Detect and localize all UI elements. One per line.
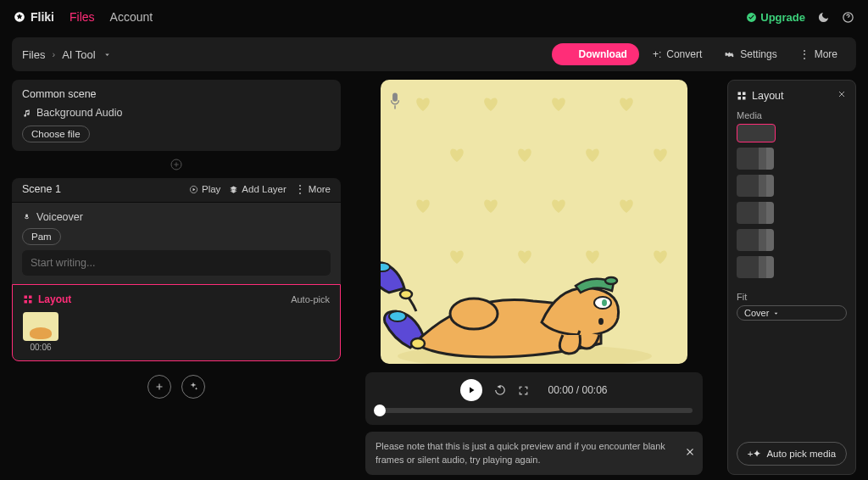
svg-point-14	[389, 311, 406, 321]
play-button[interactable]	[460, 379, 482, 401]
more-label: More	[815, 48, 837, 60]
more-button[interactable]: ⋮ More	[791, 43, 846, 65]
voice-chip[interactable]: Pam	[22, 228, 61, 245]
subbar: Files › AI Tool Download +: Convert Sett…	[12, 37, 856, 71]
breadcrumb-root[interactable]: Files	[22, 48, 45, 61]
svg-rect-5	[29, 296, 32, 299]
convert-icon: +:	[653, 48, 661, 60]
svg-rect-7	[29, 300, 32, 304]
fullscreen-icon	[518, 385, 529, 396]
main: Common scene Background Audio Choose fil…	[0, 80, 868, 475]
svg-rect-4	[25, 296, 28, 299]
svg-point-10	[450, 299, 498, 329]
scene-play-label: Play	[202, 184, 220, 194]
plus-circle-icon	[170, 158, 183, 171]
convert-label: Convert	[666, 48, 702, 60]
chevron-right-icon: ›	[52, 49, 55, 59]
convert-button[interactable]: +: Convert	[644, 43, 710, 65]
layout-card-label: Layout	[38, 293, 71, 305]
close-icon	[837, 89, 847, 99]
settings-button[interactable]: Settings	[715, 43, 785, 65]
breadcrumb: Files › AI Tool	[22, 48, 112, 61]
chevron-down-icon[interactable]	[103, 50, 112, 59]
add-button[interactable]	[147, 375, 171, 399]
restart-icon	[494, 384, 506, 396]
svg-rect-20	[743, 92, 746, 95]
add-buttons-row	[12, 375, 341, 399]
upgrade-label: Upgrade	[760, 11, 805, 24]
choose-file-button[interactable]: Choose file	[22, 126, 90, 142]
chevron-down-icon	[772, 310, 780, 317]
nav-account[interactable]: Account	[110, 10, 153, 24]
svg-rect-21	[738, 97, 742, 100]
layout-card[interactable]: Layout Auto-pick 00:06	[12, 284, 341, 361]
media-slot[interactable]	[737, 175, 774, 197]
layout-panel-title: Layout	[752, 90, 784, 102]
media-slot[interactable]	[737, 202, 774, 224]
upgrade-icon	[746, 12, 757, 23]
media-slot[interactable]	[737, 229, 774, 251]
layout-panel: Layout Media Fit Cover +✦ Auto pick medi…	[727, 80, 856, 475]
settings-label: Settings	[740, 48, 776, 60]
timecode: 00:00 / 00:06	[548, 384, 607, 396]
layout-panel-close[interactable]	[837, 89, 847, 102]
media-section-label: Media	[737, 110, 847, 120]
auto-pick-media-button[interactable]: +✦ Auto pick media	[737, 442, 847, 466]
scene-label: Scene 1	[22, 183, 61, 195]
more-icon: ⋮	[799, 48, 810, 60]
theme-toggle-icon[interactable]	[817, 11, 830, 24]
nav-files[interactable]: Files	[70, 10, 95, 24]
preview-mic-icon	[387, 92, 403, 110]
add-layer-button[interactable]: Add Layer	[229, 184, 286, 194]
restart-button[interactable]	[494, 384, 506, 396]
layout-thumbnail[interactable]	[23, 312, 58, 341]
layers-icon	[229, 185, 238, 194]
media-slot[interactable]	[737, 148, 774, 170]
svg-point-12	[602, 299, 607, 306]
svg-rect-22	[743, 97, 746, 100]
add-layer-label: Add Layer	[242, 184, 286, 194]
play-icon	[466, 385, 476, 395]
svg-rect-8	[392, 92, 398, 101]
add-scene-divider[interactable]	[12, 158, 341, 171]
magic-add-button[interactable]	[181, 375, 205, 399]
download-button[interactable]: Download	[552, 43, 639, 65]
sparkle-icon	[187, 381, 199, 393]
sparkle-icon: +✦	[748, 448, 762, 460]
fit-dropdown[interactable]: Cover	[737, 305, 847, 321]
scene-panel: Scene 1 Play Add Layer ⋮ More	[12, 178, 341, 361]
common-scene-title: Common scene	[22, 88, 331, 100]
svg-rect-6	[25, 300, 28, 304]
timeline-knob[interactable]	[374, 405, 386, 416]
video-preview[interactable]	[381, 80, 687, 364]
brand-icon	[14, 11, 25, 23]
breadcrumb-current[interactable]: AI Tool	[62, 48, 96, 61]
timeline-track[interactable]	[376, 408, 693, 413]
fullscreen-button[interactable]	[518, 385, 529, 396]
svg-point-13	[605, 277, 617, 284]
auto-pick-label: Auto-pick	[291, 294, 330, 304]
left-column: Common scene Background Audio Choose fil…	[12, 80, 341, 475]
download-icon	[564, 49, 574, 59]
topbar: Fliki Files Account Upgrade	[0, 0, 868, 34]
upgrade-link[interactable]: Upgrade	[746, 11, 805, 24]
notice-text: Please note that this is just a quick pr…	[376, 441, 665, 464]
layout-icon	[737, 91, 747, 101]
fit-value: Cover	[744, 308, 769, 318]
scene-play-button[interactable]: Play	[189, 184, 220, 194]
scene-header: Scene 1 Play Add Layer ⋮ More	[12, 178, 341, 202]
more-vert-icon: ⋮	[295, 183, 305, 195]
help-icon[interactable]	[842, 11, 854, 24]
music-note-icon	[22, 109, 31, 118]
brand: Fliki	[14, 10, 54, 24]
notice-close-button[interactable]	[684, 445, 696, 460]
voiceover-label: Voiceover	[36, 211, 83, 223]
thumb-duration: 00:06	[23, 343, 58, 352]
media-slot-selected[interactable]	[737, 124, 776, 142]
script-input[interactable]	[22, 250, 331, 276]
close-icon	[684, 445, 696, 457]
scene-more-button[interactable]: ⋮ More	[295, 183, 331, 195]
media-slot[interactable]	[737, 256, 774, 278]
player-bar: 00:00 / 00:06	[365, 372, 703, 425]
download-label: Download	[579, 48, 627, 60]
